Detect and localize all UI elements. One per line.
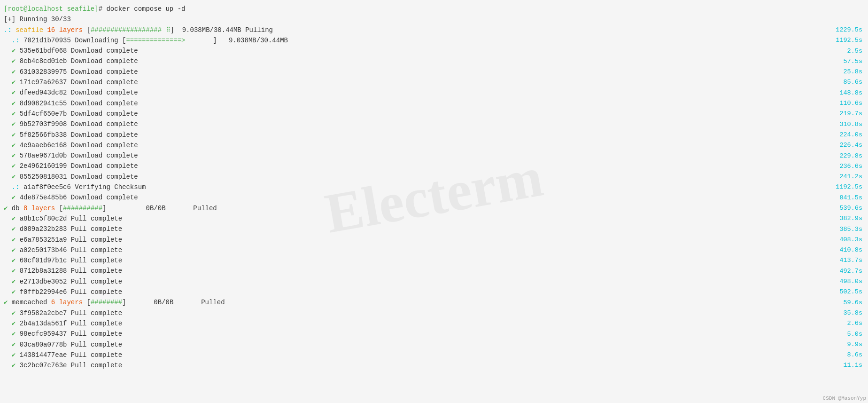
terminal-line: ✔ dfeed943dc82 Download complete148.8s: [0, 87, 868, 98]
terminal-line: [root@localhost seafile]# docker compose…: [0, 4, 868, 14]
line-time: 502.5s: [825, 287, 862, 297]
line-time: 2.5s: [825, 47, 862, 56]
line-content: .: seafile 16 layers [##################…: [4, 25, 825, 35]
terminal-line: ✔ 4de875e485b6 Download complete841.5s: [0, 192, 868, 203]
line-time: 25.8s: [825, 67, 862, 77]
line-content: ✔ 03ca80a0778b Pull complete: [4, 340, 825, 349]
line-content: ✔ 2e4962160199 Download complete: [4, 161, 825, 171]
terminal-line: ✔ 8cb4c8cd01eb Download complete57.5s: [0, 56, 868, 66]
line-time: 539.6s: [825, 204, 862, 213]
terminal-line: .: 7021d1b70935 Downloading [===========…: [0, 35, 868, 46]
line-time: 85.6s: [825, 78, 862, 87]
terminal-line: [+] Running 30/33: [0, 14, 868, 24]
line-content: ✔ 855250818031 Download complete: [4, 172, 825, 182]
terminal-line: ✔ 5df4cf650e7b Download complete219.7s: [0, 109, 868, 119]
terminal-line: ✔ a8b1c5f80c2d Pull complete382.9s: [0, 213, 868, 224]
terminal-line: ✔ 143814477eae Pull complete8.6s: [0, 350, 868, 360]
terminal: Electerm [root@localhost seafile]# docke…: [0, 0, 868, 403]
line-content: ✔ a8b1c5f80c2d Pull complete: [4, 214, 825, 223]
line-time: 2.6s: [825, 319, 862, 328]
line-content: [root@localhost seafile]# docker compose…: [4, 4, 862, 14]
line-time: 498.0s: [825, 277, 862, 286]
terminal-line: ✔ d089a232b283 Pull complete385.3s: [0, 224, 868, 234]
terminal-line: .: a1af8f0ee5c6 Verifying Checksum1192.5…: [0, 182, 868, 192]
line-time: 241.2s: [825, 172, 862, 182]
line-time: 1192.5s: [825, 36, 862, 45]
line-content: ✔ 171c97a62637 Download complete: [4, 78, 825, 87]
line-content: ✔ 4e9aaeb6e168 Download complete: [4, 141, 825, 150]
line-time: 385.3s: [825, 225, 862, 234]
terminal-line: ✔ 2e4962160199 Download complete236.6s: [0, 161, 868, 171]
line-time: 413.7s: [825, 256, 862, 265]
terminal-line: ✔ 5f82566fb338 Download complete224.0s: [0, 130, 868, 140]
line-content: .: 7021d1b70935 Downloading [===========…: [4, 36, 825, 45]
line-content: ✔ 2b4a13da561f Pull complete: [4, 319, 825, 328]
line-content: ✔ 143814477eae Pull complete: [4, 350, 825, 360]
line-content: ✔ 8cb4c8cd01eb Download complete: [4, 56, 825, 66]
terminal-line: ✔ 171c97a62637 Download complete85.6s: [0, 77, 868, 87]
line-time: 224.0s: [825, 130, 862, 140]
line-time: 8.6s: [825, 350, 862, 360]
terminal-line: ✔ memcached 6 layers [########] 0B/0B Pu…: [0, 297, 868, 308]
line-time: 1192.5s: [825, 182, 862, 192]
line-time: 841.5s: [825, 193, 862, 203]
line-content: ✔ 578ae9671d0b Download complete: [4, 151, 825, 160]
terminal-line: ✔ 60cf01d97b1c Pull complete413.7s: [0, 255, 868, 266]
line-time: 219.7s: [825, 109, 862, 119]
line-content: ✔ f0ffb22994e6 Pull complete: [4, 287, 825, 297]
line-time: 229.8s: [825, 151, 862, 161]
terminal-line: ✔ 578ae9671d0b Download complete229.8s: [0, 150, 868, 161]
terminal-line: ✔ 03ca80a0778b Pull complete9.9s: [0, 340, 868, 350]
line-content: ✔ 631032839975 Download complete: [4, 67, 825, 77]
terminal-line: ✔ 535e61bdf068 Download complete2.5s: [0, 46, 868, 56]
line-time: 148.8s: [825, 88, 862, 98]
line-time: 5.0s: [825, 330, 862, 339]
line-time: 11.1s: [825, 361, 862, 370]
line-time: 59.6s: [825, 298, 862, 308]
line-time: 410.8s: [825, 245, 862, 255]
terminal-line: ✔ 3f9582a2cbe7 Pull complete35.8s: [0, 308, 868, 318]
terminal-line: ✔ 9b52703f9908 Download complete310.8s: [0, 119, 868, 129]
csdn-badge: CSDN @MasonYyp: [823, 395, 866, 401]
line-content: ✔ d089a232b283 Pull complete: [4, 224, 825, 234]
line-content: ✔ memcached 6 layers [########] 0B/0B Pu…: [4, 298, 825, 307]
line-time: 226.4s: [825, 141, 862, 150]
terminal-line: ✔ f0ffb22994e6 Pull complete502.5s: [0, 287, 868, 297]
line-content: ✔ 98ecfc959437 Pull complete: [4, 329, 825, 339]
line-time: 408.3s: [825, 235, 862, 245]
terminal-line: ✔ e6a7853251a9 Pull complete408.3s: [0, 235, 868, 245]
line-content: ✔ a02c50173b46 Pull complete: [4, 245, 825, 255]
terminal-line: .: seafile 16 layers [##################…: [0, 25, 868, 35]
terminal-line: ✔ 8712b8a31288 Pull complete492.7s: [0, 266, 868, 276]
terminal-line: ✔ 4e9aaeb6e168 Download complete226.4s: [0, 140, 868, 150]
line-time: 492.7s: [825, 267, 862, 276]
terminal-line: ✔ 3c2bc07c763e Pull complete11.1s: [0, 360, 868, 371]
line-content: ✔ 4de875e485b6 Download complete: [4, 193, 825, 202]
line-content: ✔ e6a7853251a9 Pull complete: [4, 235, 825, 245]
line-content: ✔ 60cf01d97b1c Pull complete: [4, 256, 825, 265]
line-time: 236.6s: [825, 162, 862, 171]
line-time: 310.8s: [825, 120, 862, 129]
line-content: ✔ 3f9582a2cbe7 Pull complete: [4, 308, 825, 318]
line-time: 35.8s: [825, 308, 862, 318]
line-content: ✔ 3c2bc07c763e Pull complete: [4, 361, 825, 370]
line-content: ✔ 535e61bdf068 Download complete: [4, 46, 825, 55]
line-time: 9.9s: [825, 340, 862, 349]
line-content: ✔ e2713dbe3052 Pull complete: [4, 277, 825, 286]
terminal-line: ✔ 2b4a13da561f Pull complete2.6s: [0, 318, 868, 329]
terminal-line: ✔ 855250818031 Download complete241.2s: [0, 172, 868, 182]
line-time: 57.5s: [825, 57, 862, 66]
line-content: ✔ 5f82566fb338 Download complete: [4, 130, 825, 140]
terminal-line: ✔ 8d9082941c55 Download complete110.6s: [0, 98, 868, 109]
line-content: .: a1af8f0ee5c6 Verifying Checksum: [4, 182, 825, 192]
terminal-line: ✔ e2713dbe3052 Pull complete498.0s: [0, 277, 868, 287]
line-content: ✔ 9b52703f9908 Download complete: [4, 119, 825, 129]
line-content: ✔ 5df4cf650e7b Download complete: [4, 109, 825, 119]
line-content: ✔ 8d9082941c55 Download complete: [4, 99, 825, 108]
line-time: 382.9s: [825, 214, 862, 223]
terminal-line: ✔ db 8 layers [##########] 0B/0B Pulled5…: [0, 203, 868, 213]
line-content: [+] Running 30/33: [4, 15, 862, 24]
terminal-line: ✔ 98ecfc959437 Pull complete5.0s: [0, 329, 868, 339]
terminal-line: ✔ 631032839975 Download complete25.8s: [0, 67, 868, 77]
line-content: ✔ dfeed943dc82 Download complete: [4, 88, 825, 97]
